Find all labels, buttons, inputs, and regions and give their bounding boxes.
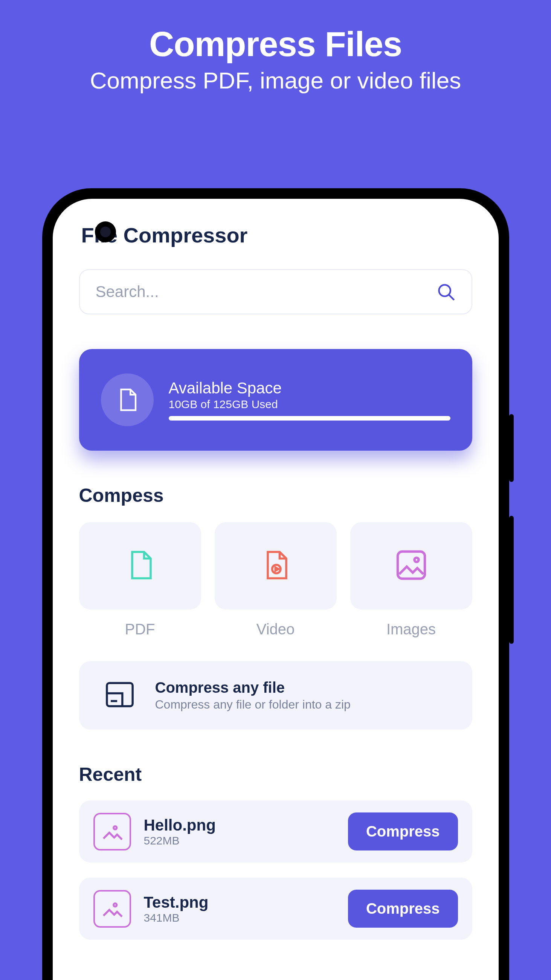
app-title: File Compressor — [81, 223, 472, 247]
space-progress-bar — [169, 416, 451, 420]
pdf-file-icon — [124, 546, 156, 585]
space-usage: 10GB of 125GB Used — [169, 398, 451, 411]
recent-item: Test.png 341MB Compress — [79, 878, 472, 940]
recent-file-size: 341MB — [144, 912, 335, 924]
recent-item: Hello.png 522MB Compress — [79, 800, 472, 862]
images-tile[interactable] — [350, 522, 472, 609]
recent-info: Test.png 341MB — [144, 893, 335, 924]
promo-title: Compress Files — [0, 24, 551, 64]
folder-icon — [101, 679, 139, 711]
video-file-icon — [260, 546, 291, 585]
phone-camera — [95, 221, 116, 242]
video-tile[interactable] — [215, 522, 337, 609]
svg-point-8 — [113, 903, 116, 906]
search-icon — [436, 282, 456, 302]
phone-screen: File Compressor Search... Available Spac… — [53, 199, 498, 980]
compress-button[interactable]: Compress — [348, 889, 458, 928]
svg-point-4 — [414, 558, 419, 562]
any-file-title: Compress any file — [155, 679, 350, 696]
phone-frame: File Compressor Search... Available Spac… — [42, 188, 509, 980]
recent-info: Hello.png 522MB — [144, 816, 335, 847]
compress-any-file-card[interactable]: Compress any file Compress any file or f… — [79, 661, 472, 730]
svg-line-1 — [449, 295, 454, 300]
space-info: Available Space 10GB of 125GB Used — [169, 379, 451, 420]
pdf-tile[interactable] — [79, 522, 201, 609]
any-file-subtitle: Compress any file or folder into a zip — [155, 698, 350, 711]
phone-side-button — [509, 414, 514, 482]
any-file-text: Compress any file Compress any file or f… — [155, 679, 350, 711]
svg-point-0 — [439, 285, 450, 296]
image-thumb-icon — [93, 813, 131, 851]
image-thumb-icon — [93, 890, 131, 928]
promo-header: Compress Files Compress PDF, image or vi… — [0, 0, 551, 94]
compress-section-title: Compess — [79, 485, 472, 506]
phone-side-button — [509, 516, 514, 644]
svg-point-7 — [113, 826, 116, 829]
available-space-card[interactable]: Available Space 10GB of 125GB Used — [79, 349, 472, 451]
images-label: Images — [350, 621, 472, 638]
search-input[interactable]: Search... — [79, 269, 472, 314]
video-label: Video — [215, 621, 337, 638]
recent-section-title: Recent — [79, 764, 472, 785]
pdf-label: PDF — [79, 621, 201, 638]
promo-subtitle: Compress PDF, image or video files — [0, 67, 551, 94]
recent-file-size: 522MB — [144, 834, 335, 847]
search-placeholder: Search... — [96, 283, 159, 301]
svg-rect-3 — [398, 552, 425, 579]
recent-file-name: Test.png — [144, 893, 335, 912]
svg-rect-5 — [107, 683, 132, 706]
space-progress-fill — [169, 416, 451, 420]
space-title: Available Space — [169, 379, 451, 397]
tile-labels: PDF Video Images — [79, 609, 472, 638]
compress-tiles — [79, 522, 472, 609]
recent-file-name: Hello.png — [144, 816, 335, 834]
image-icon — [393, 547, 429, 585]
file-icon — [101, 374, 154, 426]
compress-button[interactable]: Compress — [348, 813, 458, 851]
